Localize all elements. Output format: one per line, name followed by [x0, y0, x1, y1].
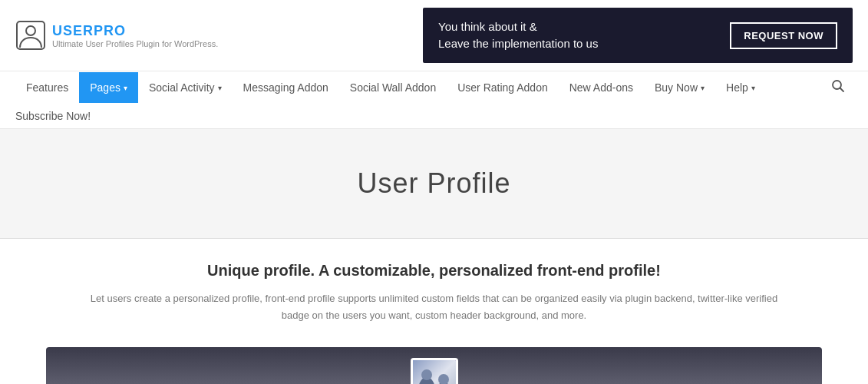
avatar-person-1: [418, 377, 435, 384]
chevron-down-icon: ▾: [218, 84, 222, 92]
nav-item-pages[interactable]: Pages ▾: [79, 72, 138, 103]
top-bar: USERPRO Ultimate User Profiles Plugin fo…: [0, 0, 868, 71]
nav-item-user-rating[interactable]: User Rating Addon: [447, 72, 559, 103]
logo-title: USERPRO: [52, 23, 218, 39]
nav-item-subscribe[interactable]: Subscribe Now!: [15, 104, 101, 128]
navbar: Features Pages ▾ Social Activity ▾ Messa…: [0, 71, 868, 129]
svg-point-1: [26, 26, 35, 35]
nav-row-secondary: Subscribe Now!: [15, 104, 101, 128]
logo-text: USERPRO Ultimate User Profiles Plugin fo…: [52, 23, 218, 48]
content-heading: Unique profile. A customizable, personal…: [28, 262, 841, 280]
avatar-figures: [413, 360, 456, 384]
logo-area: USERPRO Ultimate User Profiles Plugin fo…: [15, 20, 218, 51]
chevron-down-icon: ▾: [751, 84, 755, 92]
nav-item-social-wall[interactable]: Social Wall Addon: [339, 72, 447, 103]
avatar-image: [413, 360, 456, 384]
chevron-down-icon: ▾: [124, 84, 127, 92]
ad-text: You think about it & Leave the implement…: [438, 18, 598, 53]
svg-line-3: [840, 88, 844, 92]
profile-preview-section: admin ✓: [46, 347, 822, 384]
chevron-down-icon: ▾: [701, 84, 705, 92]
nav-item-features[interactable]: Features: [15, 72, 79, 103]
logo-subtitle: Ultimate User Profiles Plugin for WordPr…: [52, 39, 218, 48]
profile-avatar: [411, 358, 458, 384]
ad-banner: You think about it & Leave the implement…: [423, 8, 853, 63]
search-button[interactable]: [823, 71, 853, 104]
hero-section: User Profile: [0, 129, 868, 239]
nav-item-buy-now[interactable]: Buy Now ▾: [644, 72, 715, 103]
nav-item-new-addons[interactable]: New Add-ons: [559, 72, 644, 103]
profile-avatar-container: [411, 358, 458, 384]
nav-row-primary: Features Pages ▾ Social Activity ▾ Messa…: [15, 71, 853, 104]
nav-item-help[interactable]: Help ▾: [715, 72, 766, 103]
user-logo-icon: [15, 20, 46, 51]
nav-item-messaging-addon[interactable]: Messaging Addon: [233, 72, 339, 103]
search-icon: [831, 79, 845, 93]
nav-item-social-activity[interactable]: Social Activity ▾: [138, 72, 233, 103]
hero-title: User Profile: [15, 167, 853, 200]
content-description: Let users create a personalized profile,…: [89, 290, 780, 324]
nav-items: Features Pages ▾ Social Activity ▾ Messa…: [15, 72, 823, 103]
content-section: Unique profile. A customizable, personal…: [12, 239, 856, 347]
ad-request-button[interactable]: REQUEST NOW: [730, 22, 837, 49]
